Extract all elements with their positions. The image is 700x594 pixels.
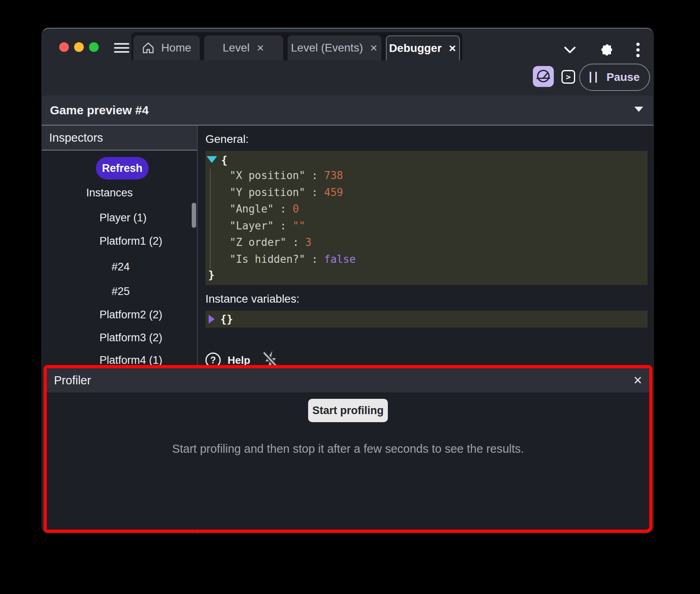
instance-variables-value: {}: [220, 313, 233, 325]
pause-button-label: Pause: [607, 71, 640, 84]
inspectors-header: Inspectors: [42, 126, 197, 151]
general-json-viewer: { "X position" : 738"Y position" : 459"A…: [205, 151, 648, 285]
home-icon: [142, 42, 155, 54]
refresh-button[interactable]: Refresh: [96, 157, 149, 179]
window-controls: [59, 42, 99, 52]
json-row: "Angle" : 0: [207, 201, 644, 218]
json-row: "Z order" : 3: [207, 234, 644, 251]
console-button[interactable]: >: [561, 70, 575, 84]
help-label: Help: [228, 354, 250, 367]
minimize-window-button[interactable]: [74, 42, 84, 52]
inspectors-title: Inspectors: [42, 131, 103, 144]
json-open-brace: {: [221, 153, 228, 167]
more-options-kebab-icon[interactable]: [636, 42, 640, 58]
game-preview-title: Game preview #4: [42, 103, 149, 117]
tree-item-25[interactable]: #25: [112, 285, 130, 297]
profiler-body: Start profiling Start profiling and then…: [47, 392, 649, 530]
tab-label: Home: [161, 41, 191, 54]
app-window: HomeLevel×Level (Events)×Debugger× > Pau…: [41, 28, 654, 534]
collapse-triangle-icon[interactable]: [207, 156, 217, 163]
tab-level-events[interactable]: Level (Events)×: [288, 35, 381, 60]
close-window-button[interactable]: [59, 42, 69, 52]
sidebar-scrollbar-thumb[interactable]: [192, 203, 196, 228]
tab-label: Level: [223, 41, 250, 54]
json-row: "Layer" : "": [207, 218, 644, 235]
json-row: "Is hidden?" : false: [207, 251, 644, 268]
tab-close-icon[interactable]: ×: [256, 42, 265, 54]
general-section-label: General:: [205, 133, 648, 146]
instance-variables-label: Instance variables:: [205, 293, 648, 305]
tree-item-platform1-2[interactable]: Platform1 (2): [99, 235, 162, 247]
tab-close-icon[interactable]: ×: [369, 42, 378, 54]
json-row: "Y position" : 459: [207, 184, 644, 201]
pause-icon: [590, 72, 597, 83]
start-profiling-button[interactable]: Start profiling: [308, 399, 388, 422]
tab-label: Level (Events): [291, 41, 363, 54]
profiler-title: Profiler: [47, 374, 626, 387]
json-row: "X position" : 738: [207, 167, 644, 184]
terminal-prompt-icon: >: [566, 72, 571, 82]
game-preview-selector[interactable]: Game preview #4: [42, 95, 653, 126]
gauge-icon: [535, 68, 551, 85]
tree-item-platform2-2[interactable]: Platform2 (2): [99, 309, 162, 321]
profiler-toggle-button[interactable]: [533, 66, 554, 87]
tab-bar: HomeLevel×Level (Events)×Debugger×: [131, 32, 462, 60]
tree-item-platform4-1[interactable]: Platform4 (1): [99, 354, 162, 366]
expand-triangle-icon[interactable]: [209, 315, 215, 324]
profiler-hint-text: Start profiling and then stop it after a…: [172, 442, 524, 456]
profiler-header: Profiler ×: [47, 368, 649, 392]
zoom-window-button[interactable]: [89, 42, 99, 52]
tree-item-platform3-2[interactable]: Platform3 (2): [99, 332, 162, 344]
tab-close-icon[interactable]: ×: [448, 42, 457, 54]
json-close-brace: }: [208, 268, 215, 282]
tree-item-instances[interactable]: Instances: [86, 187, 133, 199]
tab-level[interactable]: Level×: [204, 35, 283, 60]
extensions-puzzle-icon[interactable]: [599, 43, 612, 56]
chevron-down-icon[interactable]: [564, 46, 576, 54]
tree-item-player-1[interactable]: Player (1): [99, 212, 147, 224]
dropdown-caret-icon: [634, 107, 643, 112]
menu-hamburger-icon[interactable]: [114, 43, 129, 53]
json-indent-guide: [210, 169, 211, 269]
instance-variables-viewer: {}: [205, 311, 648, 328]
json-rows: "X position" : 738"Y position" : 459"Ang…: [207, 167, 644, 268]
tab-label: Debugger: [389, 42, 442, 55]
pause-button[interactable]: Pause: [579, 64, 650, 91]
profiler-panel: Profiler × Start profiling Start profili…: [43, 365, 652, 533]
tree-item-24[interactable]: #24: [112, 261, 130, 273]
profiler-close-icon[interactable]: ×: [626, 373, 649, 388]
tab-debugger[interactable]: Debugger×: [386, 35, 460, 60]
tab-home[interactable]: Home: [133, 35, 200, 60]
